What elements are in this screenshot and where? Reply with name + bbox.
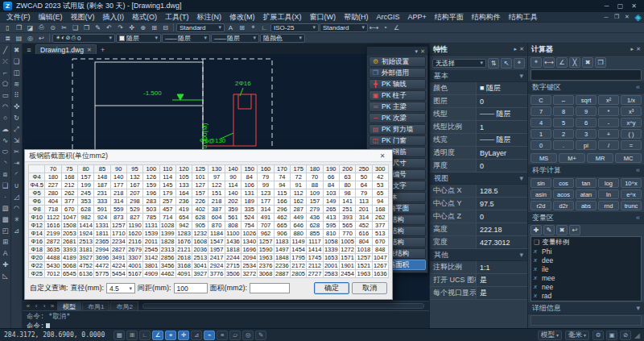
zoom-realtime-icon[interactable]: ⊕ (138, 23, 148, 32)
doc-minimize-icon[interactable]: ─ (601, 13, 612, 22)
file-tabs-menu-icon[interactable]: ≡ (24, 45, 34, 54)
sci-key[interactable]: d2r (553, 201, 574, 210)
line-icon[interactable]: ╱ (0, 44, 10, 56)
property-row[interactable]: 线宽—— 随层 (430, 134, 527, 147)
join-icon[interactable]: ∪ (11, 180, 22, 191)
menu-item[interactable]: 工具(T) (161, 12, 193, 23)
variable-item[interactable]: xPhi (532, 247, 640, 256)
variable-item[interactable]: xrad (532, 291, 640, 300)
zoom-window-icon[interactable]: ⊞ (149, 23, 159, 32)
calc-key[interactable]: x³ (621, 106, 642, 116)
sci-key[interactable]: ln (598, 189, 619, 199)
sci-key[interactable]: trunc (621, 201, 642, 210)
add-selected-icon[interactable]: ✚ (0, 259, 10, 270)
next-tab-icon[interactable]: › (40, 302, 48, 310)
calc-key[interactable]: 9 (576, 106, 597, 116)
calc-key[interactable]: 0 (530, 140, 551, 150)
paste-value-icon[interactable]: ❒ (595, 57, 606, 68)
setsquare-icon[interactable]: ◺ (0, 270, 10, 281)
variable-item[interactable]: xdee (532, 256, 640, 264)
edit-variable-icon[interactable]: ✎ (543, 225, 555, 235)
property-row[interactable]: 每个视口显示是 (430, 287, 527, 300)
calc-key[interactable]: pi (576, 140, 597, 150)
sci-key[interactable]: e^x (621, 189, 642, 199)
menu-item[interactable]: ArcGIS (373, 12, 404, 23)
text-style-combo[interactable]: Standard (176, 23, 225, 32)
menu-item[interactable]: 编辑(E) (35, 12, 67, 23)
table-icon[interactable]: ⊞ (237, 23, 247, 32)
layer-previous-icon[interactable]: ↩ (36, 34, 47, 43)
angle-of-line-icon[interactable]: ∠ (556, 57, 568, 68)
palette-button[interactable]: ═ PK 主梁 (369, 102, 426, 112)
section-basic[interactable]: 基本▾ (430, 70, 527, 82)
panel-collapse-icon[interactable]: ▸ (514, 46, 518, 52)
extend-icon[interactable]: ⇥ (11, 157, 22, 168)
osnap-settings-icon[interactable]: ⌖ (248, 23, 258, 32)
section-other[interactable]: 其他▾ (430, 249, 527, 261)
doc-restore-icon[interactable]: ❐ (612, 13, 622, 22)
property-row[interactable]: 中心点 Y97.5 (430, 198, 527, 210)
sci-key[interactable]: 10^x (621, 178, 642, 188)
cycle-select-icon[interactable]: ◎ (242, 331, 254, 340)
section-scientific[interactable]: 科学计算« (528, 164, 644, 177)
arc-icon[interactable]: ◠ (0, 101, 10, 112)
point-icon[interactable]: ∙ (0, 191, 10, 202)
trim-icon[interactable]: ✂ (11, 146, 22, 157)
layout-tab[interactable]: 布局2 (110, 301, 138, 310)
linetype-combo[interactable]: ——随层 (162, 34, 210, 43)
annotation-icon[interactable]: ✎ (255, 331, 266, 340)
section-numpad[interactable]: 数字键区« (528, 81, 644, 94)
open-icon[interactable]: ❐ (14, 23, 24, 32)
gradient-icon[interactable]: ▩ (0, 214, 10, 225)
two-line-intersection-icon[interactable]: ╳ (569, 57, 580, 68)
lock-ui-icon[interactable]: ⊘ (620, 331, 631, 340)
layout-tab[interactable]: 布局1 (82, 301, 109, 310)
horizontal-scrollbar[interactable] (142, 303, 424, 309)
move-icon[interactable]: ✜ (11, 101, 22, 112)
table-style-combo[interactable]: Standard (320, 23, 368, 32)
transparency-icon[interactable]: ▱ (229, 331, 241, 340)
sci-key[interactable]: asin (530, 189, 551, 199)
clean-screen-icon[interactable]: ▣ (606, 331, 617, 340)
lineweight-icon[interactable]: ≡ (217, 331, 228, 340)
variables-folder[interactable]: ❑变量样例 (532, 238, 640, 247)
calc-key[interactable]: 4 (530, 118, 551, 127)
calc-key[interactable]: 3 (576, 129, 597, 139)
color-combo[interactable]: 随层 (116, 34, 161, 43)
toggle-pickadd-icon[interactable]: ⇅ (488, 58, 499, 69)
palette-button[interactable]: ▣ PK 柱子 (369, 90, 426, 101)
array-icon[interactable]: ⠿ (11, 89, 22, 101)
region-icon[interactable]: ◰ (0, 225, 10, 236)
calc-key[interactable]: * (598, 106, 619, 116)
menu-item[interactable]: 修改(M) (225, 12, 259, 23)
calc-key[interactable]: 5 (553, 118, 574, 127)
menu-item[interactable]: 格式(O) (128, 12, 161, 23)
insert-block-icon[interactable]: ⧈ (0, 168, 10, 180)
calc-key[interactable]: - (598, 118, 619, 127)
layer-properties-icon[interactable]: ≣ (2, 34, 13, 43)
menu-item[interactable]: 插入(I) (99, 12, 129, 23)
memory-key[interactable]: M+ (559, 153, 585, 163)
dialog-title-bar[interactable]: 板钢筋截面积(单位mm2) ✕ (25, 150, 392, 162)
layer-isolate-icon[interactable]: ◎ (25, 34, 35, 43)
calc-key[interactable]: + (598, 129, 619, 139)
align-icon[interactable]: ⊿ (11, 225, 22, 236)
calc-key[interactable]: 1 (530, 129, 551, 139)
ellipse-arc-icon[interactable]: ◝ (0, 157, 10, 168)
doc-close-icon[interactable]: ✕ (622, 13, 633, 22)
sci-key[interactable]: atan (576, 189, 597, 199)
pan-icon[interactable]: ✜ (126, 23, 137, 32)
calc-key[interactable]: . (553, 140, 574, 150)
layout-tab[interactable]: 模型 (57, 301, 81, 310)
esnap-icon[interactable]: ⌖ (165, 331, 176, 340)
mtext-icon[interactable]: A (225, 23, 236, 32)
fillet-icon[interactable]: ◠ (11, 202, 22, 214)
units-selector[interactable]: 毫米 (565, 331, 589, 340)
minimize-icon[interactable]: ─ (600, 1, 613, 11)
panel-close-icon[interactable]: ✕ (636, 46, 641, 52)
palette-button[interactable]: ⚙ 初始设置 (369, 56, 426, 67)
delete-variable-icon[interactable]: ✖ (556, 225, 568, 235)
table-icon[interactable]: ⊞ (0, 236, 10, 247)
menu-item[interactable]: 视图(V) (67, 12, 99, 23)
spline-icon[interactable]: ∿ (0, 135, 10, 146)
